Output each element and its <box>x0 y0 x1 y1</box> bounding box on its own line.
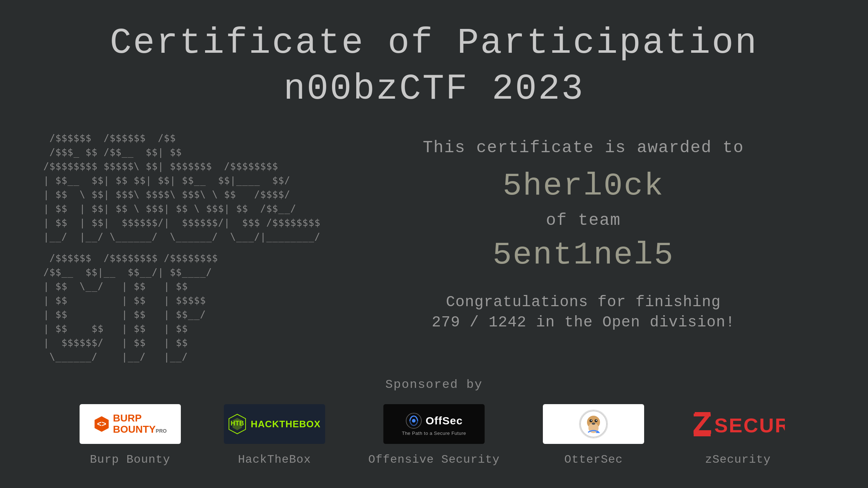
ascii-art-section: /$$$$$$ /$$$$$$ /$$ /$$$_ $$ /$$__ $$| $… <box>43 131 320 364</box>
zsecurity-logo: Z SECURITY <box>687 402 788 446</box>
hackthebox-logo: HTB HACKTHEBOX <box>224 402 325 446</box>
sponsors-section: Sponsored by <> BURP BOUNTYPRO <box>29 378 839 474</box>
offsec-logo: OffSec The Path to a Secure Future <box>383 402 485 446</box>
ottersec-logo <box>543 402 644 446</box>
svg-point-14 <box>592 423 595 425</box>
certificate-container: Certificate of Participation n00bzCTF 20… <box>0 0 868 488</box>
ascii-art-top: /$$$$$$ /$$$$$$ /$$ /$$$_ $$ /$$__ $$| $… <box>43 131 320 244</box>
congrats-line1: Congratulations for finishing <box>446 291 721 314</box>
svg-point-13 <box>596 420 597 421</box>
burp-icon: <> <box>93 416 110 432</box>
sponsor-burp-bounty: <> BURP BOUNTYPRO Burp Bounty <box>80 402 181 466</box>
burp-bounty-logo: <> BURP BOUNTYPRO <box>80 402 181 446</box>
svg-text:HTB: HTB <box>231 420 244 427</box>
team-label: of team <box>546 211 621 230</box>
sponsored-by-label: Sponsored by <box>386 378 483 391</box>
svg-point-6 <box>412 419 416 423</box>
sponsor-offsec: OffSec The Path to a Secure Future Offen… <box>368 402 500 466</box>
sponsors-row: <> BURP BOUNTYPRO Burp Bounty <box>29 402 839 466</box>
title-section: Certificate of Participation n00bzCTF 20… <box>110 22 758 110</box>
svg-text:<>: <> <box>97 419 106 428</box>
right-section: This certificate is awarded to 5herl0ck … <box>320 138 825 331</box>
subtitle: n00bzCTF 2023 <box>110 69 758 110</box>
recipient-name: 5herl0ck <box>503 168 664 204</box>
rank-text: 279 / 1242 in the Open division! <box>432 314 735 331</box>
sponsor-hackthebox: HTB HACKTHEBOX HackTheBox <box>224 402 325 466</box>
sponsor-zsecurity: Z SECURITY zSecurity <box>687 402 788 466</box>
ottersec-name: OtterSec <box>564 453 623 466</box>
content-area: /$$$$$$ /$$$$$$ /$$ /$$$_ $$ /$$__ $$| $… <box>29 131 839 371</box>
hackthebox-name: HackTheBox <box>238 453 311 466</box>
svg-text:SECURITY: SECURITY <box>714 414 785 437</box>
sponsor-ottersec: OtterSec <box>543 402 644 466</box>
burp-bounty-name: Burp Bounty <box>90 453 170 466</box>
offsec-name: Offensive Security <box>368 453 500 466</box>
team-name: 5ent1nel5 <box>493 237 674 273</box>
zsecurity-name: zSecurity <box>705 453 771 466</box>
ascii-art-bottom: /$$$$$$ /$$$$$$$$ /$$$$$$$$ /$$__ $$|__ … <box>43 251 320 364</box>
svg-point-12 <box>591 420 592 421</box>
main-title: Certificate of Participation <box>110 22 758 65</box>
awarded-text: This certificate is awarded to <box>423 138 744 157</box>
